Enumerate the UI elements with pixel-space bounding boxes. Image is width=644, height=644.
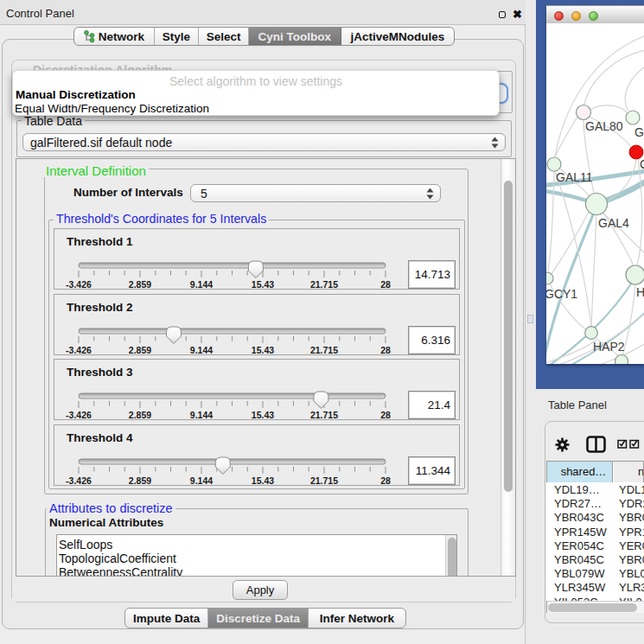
svg-text:15.43: 15.43: [252, 345, 274, 355]
svg-text:21.715: 21.715: [310, 475, 338, 486]
svg-text:GAL80: GAL80: [585, 119, 623, 133]
svg-text:-3.426: -3.426: [66, 475, 92, 486]
svg-text:28: 28: [380, 410, 391, 420]
svg-text:-3.426: -3.426: [66, 345, 92, 355]
svg-text:HAP2: HAP2: [593, 340, 625, 354]
svg-text:-3.426: -3.426: [66, 279, 92, 290]
svg-text:15.43: 15.43: [252, 410, 274, 420]
svg-text:9.144: 9.144: [190, 279, 213, 290]
svg-text:21.715: 21.715: [310, 279, 338, 290]
svg-text:28: 28: [380, 279, 391, 290]
svg-text:9.144: 9.144: [190, 345, 213, 355]
svg-text:H: H: [636, 285, 644, 299]
svg-text:28: 28: [380, 475, 391, 486]
svg-text:15.43: 15.43: [252, 279, 274, 290]
svg-text:2.859: 2.859: [129, 345, 151, 355]
svg-text:28: 28: [380, 345, 391, 355]
svg-text:GCY1: GCY1: [546, 287, 577, 301]
svg-text:GAL11: GAL11: [556, 170, 593, 184]
svg-text:9.144: 9.144: [190, 475, 213, 486]
svg-text:21.715: 21.715: [310, 410, 338, 420]
svg-text:9.144: 9.144: [190, 410, 213, 420]
svg-text:15.43: 15.43: [252, 475, 274, 486]
svg-text:-3.426: -3.426: [66, 410, 92, 420]
svg-text:2.859: 2.859: [129, 279, 151, 290]
svg-text:2.859: 2.859: [129, 410, 151, 420]
svg-text:GAL4: GAL4: [598, 216, 629, 230]
svg-text:GA: GA: [634, 125, 644, 139]
svg-text:21.715: 21.715: [310, 345, 338, 355]
svg-text:C: C: [640, 157, 644, 171]
svg-text:2.859: 2.859: [129, 475, 151, 486]
